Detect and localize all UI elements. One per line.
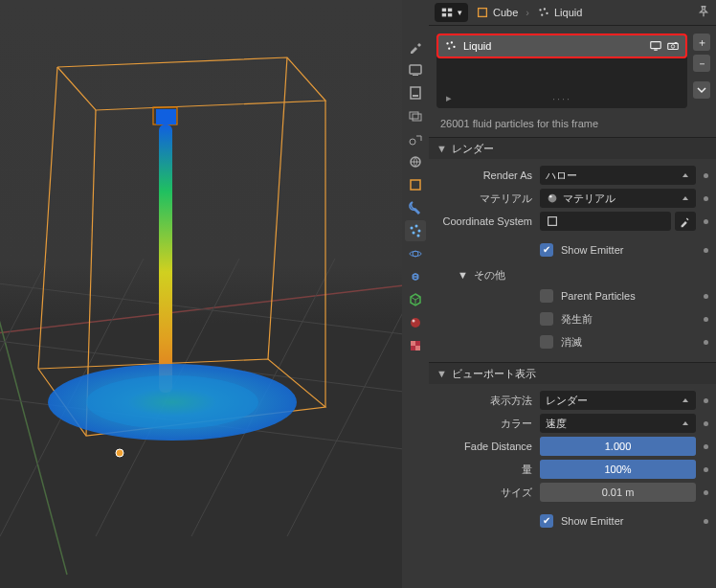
camera-icon[interactable]	[666, 39, 680, 53]
svg-point-19	[86, 375, 258, 429]
parent-particles-anim-dot[interactable]	[704, 294, 708, 299]
tab-texture[interactable]	[405, 335, 426, 356]
tab-output[interactable]	[405, 82, 426, 103]
svg-point-47	[544, 8, 546, 10]
material-select[interactable]: マテリアル	[540, 189, 696, 208]
breadcrumb-object[interactable]: Cube	[476, 6, 518, 19]
properties-tab-bar	[402, 0, 429, 588]
size-field[interactable]: 0.01 m	[540, 483, 696, 502]
tab-viewlayer[interactable]	[405, 105, 426, 126]
coordinate-system-label: Coordinate System	[436, 215, 536, 227]
display-icon[interactable]	[649, 39, 662, 53]
particle-system-slot[interactable]: Liquid	[436, 34, 687, 58]
color-anim-dot[interactable]	[704, 421, 708, 426]
svg-point-33	[417, 235, 420, 237]
amount-anim-dot[interactable]	[704, 467, 708, 472]
svg-point-46	[539, 9, 541, 11]
size-value: 0.01 m	[602, 486, 635, 498]
coord-anim-dot[interactable]	[704, 219, 708, 224]
section-render-title: レンダー	[452, 142, 494, 156]
material-anim-dot[interactable]	[704, 196, 708, 201]
amount-field[interactable]: 100%	[540, 460, 696, 479]
display-method-label: 表示方法	[436, 394, 536, 408]
dead-checkbox[interactable]	[540, 335, 553, 349]
parent-particles-checkbox[interactable]	[540, 289, 553, 303]
expand-slot-icon[interactable]: ▸	[446, 92, 452, 104]
section-viewport-display-header[interactable]: ▼ ビューポート表示	[429, 362, 716, 384]
tab-physics[interactable]	[405, 243, 426, 264]
svg-line-4	[0, 393, 402, 450]
tab-object[interactable]	[405, 174, 426, 195]
unborn-anim-dot[interactable]	[704, 317, 708, 322]
render-as-select[interactable]: ハロー	[540, 166, 696, 185]
svg-point-29	[411, 227, 414, 230]
svg-rect-24	[410, 112, 418, 119]
svg-point-59	[548, 194, 557, 203]
render-as-anim-dot[interactable]	[704, 173, 708, 178]
svg-point-36	[411, 318, 420, 328]
tab-world[interactable]	[405, 151, 426, 172]
svg-rect-21	[413, 75, 418, 76]
svg-point-50	[446, 42, 448, 44]
size-anim-dot[interactable]	[704, 490, 708, 495]
unborn-checkbox[interactable]	[540, 312, 553, 326]
3d-viewport[interactable]	[0, 0, 402, 588]
amount-value: 100%	[604, 464, 631, 475]
svg-rect-55	[654, 50, 658, 51]
tab-modifiers[interactable]	[405, 197, 426, 218]
svg-line-3	[0, 335, 402, 393]
fade-distance-anim-dot[interactable]	[704, 444, 708, 449]
dead-anim-dot[interactable]	[704, 340, 708, 345]
particles-icon	[444, 39, 458, 53]
tab-mesh[interactable]	[405, 289, 426, 310]
editor-type-dropdown[interactable]: ▾	[435, 3, 468, 22]
slot-specials-button[interactable]	[693, 81, 710, 99]
svg-point-26	[410, 139, 415, 145]
svg-rect-42	[448, 9, 452, 12]
svg-point-35	[410, 252, 421, 257]
add-slot-button[interactable]: ＋	[693, 34, 710, 51]
remove-slot-button[interactable]: －	[693, 55, 710, 72]
svg-line-11	[268, 57, 287, 359]
svg-point-53	[448, 47, 450, 49]
coordinate-system-field[interactable]	[540, 212, 671, 231]
svg-point-49	[541, 13, 543, 15]
show-emitter-checkbox[interactable]	[540, 243, 553, 257]
breadcrumb-system[interactable]: Liquid	[537, 6, 582, 19]
fade-distance-value: 1.000	[605, 441, 632, 452]
display-method-anim-dot[interactable]	[704, 398, 708, 403]
disclosure-triangle-icon: ▼	[436, 368, 446, 379]
svg-line-0	[0, 284, 402, 350]
svg-rect-40	[415, 346, 420, 351]
viewport-show-emitter-anim-dot[interactable]	[704, 519, 708, 524]
list-grip-icon[interactable]: ∙∙∙∙	[552, 93, 571, 104]
parent-particles-label: Parent Particles	[561, 290, 636, 302]
svg-point-15	[116, 449, 123, 457]
size-label: サイズ	[436, 486, 536, 500]
tab-material[interactable]	[405, 312, 426, 333]
unborn-label: 発生前	[561, 312, 593, 327]
show-emitter-label: Show Emitter	[561, 244, 623, 256]
fade-distance-field[interactable]: 1.000	[540, 437, 696, 456]
tab-scene[interactable]	[405, 128, 426, 149]
eyedropper-button[interactable]	[675, 212, 696, 231]
tab-particles[interactable]	[405, 220, 426, 241]
display-method-select[interactable]: レンダー	[540, 391, 696, 410]
svg-rect-28	[411, 180, 420, 190]
svg-point-48	[546, 12, 548, 14]
tab-render[interactable]	[405, 59, 426, 80]
display-method-value: レンダー	[546, 394, 588, 408]
tab-constraints[interactable]	[405, 266, 426, 287]
pin-icon[interactable]	[697, 5, 710, 20]
color-select[interactable]: 速度	[540, 414, 696, 433]
show-emitter-anim-dot[interactable]	[704, 248, 708, 253]
svg-point-51	[451, 41, 453, 43]
tab-tool[interactable]	[405, 36, 426, 57]
svg-point-31	[418, 230, 421, 233]
section-render-header[interactable]: ▼ レンダー	[429, 137, 716, 159]
svg-line-2	[0, 278, 402, 335]
svg-point-18	[48, 364, 297, 441]
viewport-show-emitter-checkbox[interactable]	[540, 514, 553, 528]
sub-extras-header[interactable]: ▼ その他	[436, 266, 708, 283]
svg-rect-23	[413, 95, 418, 97]
